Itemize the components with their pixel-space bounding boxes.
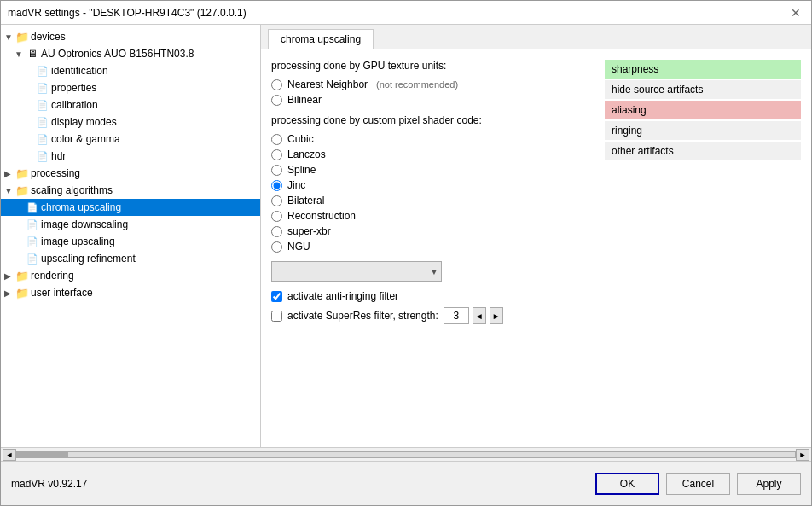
sidebar: ▼ 📁 devices ▼ 🖥 AU Optronics AUO B156HTN…	[1, 25, 261, 447]
scrollbar-track	[16, 451, 796, 458]
expand-icon: ▶	[4, 288, 14, 298]
right-panel: chroma upscaling processing done by GPU …	[261, 25, 811, 447]
quality-item-other-artifacts[interactable]: other artifacts	[605, 142, 801, 160]
sidebar-item-label: chroma upscaling	[41, 201, 121, 213]
sidebar-item-devices[interactable]: ▼ 📁 devices	[1, 28, 260, 45]
close-button[interactable]: ✕	[787, 4, 804, 21]
doc-icon: 📄	[36, 149, 49, 163]
cancel-button[interactable]: Cancel	[666, 473, 730, 495]
left-section: processing done by GPU texture units: Ne…	[271, 60, 579, 437]
sidebar-item-label: rendering	[31, 270, 74, 282]
radio-reconstruction[interactable]	[271, 211, 282, 222]
radio-label-spline: Spline	[287, 164, 316, 176]
sidebar-item-calibration[interactable]: 📄 calibration	[1, 96, 260, 113]
expand-icon: ▶	[4, 169, 14, 178]
quality-item-aliasing[interactable]: aliasing	[605, 101, 801, 119]
doc-icon: 📄	[26, 235, 39, 248]
radio-label-jinc: Jinc	[287, 179, 305, 191]
sidebar-item-label: image upscaling	[41, 236, 115, 247]
expand-icon: ▼	[4, 186, 14, 195]
radio-lanczos[interactable]	[271, 149, 282, 160]
radio-super-xbr[interactable]	[271, 226, 282, 237]
anti-ringing-row: activate anti-ringing filter	[271, 290, 579, 302]
sidebar-item-label: user interface	[31, 287, 93, 299]
doc-icon: 📄	[36, 98, 49, 112]
quality-panel: sharpness hide source artifacts aliasing…	[596, 60, 801, 437]
doc-icon: 📄	[36, 81, 49, 95]
sidebar-scrollbar[interactable]: ◄ ►	[1, 447, 811, 461]
sidebar-item-hdr[interactable]: 📄 hdr	[1, 148, 260, 165]
shader-section-title: processing done by custom pixel shader c…	[271, 114, 579, 126]
quality-item-sharpness[interactable]: sharpness	[605, 60, 801, 79]
radio-spline[interactable]	[271, 165, 282, 176]
radio-cubic[interactable]	[271, 134, 282, 145]
scroll-right-button[interactable]: ►	[796, 449, 809, 461]
sidebar-item-scaling-algorithms[interactable]: ▼ 📁 scaling algorithms	[1, 182, 260, 199]
sidebar-item-image-upscaling[interactable]: 📄 image upscaling	[1, 233, 260, 250]
folder-icon: 📁	[15, 286, 29, 300]
radio-label-lanczos: Lanczos	[287, 148, 326, 160]
sidebar-item-user-interface[interactable]: ▶ 📁 user interface	[1, 284, 260, 301]
superres-checkbox[interactable]	[271, 311, 282, 322]
folder-icon: 📁	[15, 30, 29, 44]
doc-icon: 📄	[26, 252, 39, 265]
algo-dropdown[interactable]	[271, 261, 442, 282]
strength-input[interactable]	[444, 307, 469, 324]
radio-label-bilateral: Bilateral	[287, 195, 324, 206]
sidebar-item-processing[interactable]: ▶ 📁 processing	[1, 165, 260, 182]
sidebar-item-label: AU Optronics AUO B156HTN03.8	[41, 48, 194, 60]
radio-ngu[interactable]	[271, 241, 282, 253]
apply-button[interactable]: Apply	[737, 473, 801, 495]
expand-icon: ▼	[14, 49, 25, 59]
radio-bilateral[interactable]	[271, 195, 282, 206]
sidebar-item-label: processing	[31, 167, 80, 179]
radio-label-cubic: Cubic	[287, 133, 314, 145]
sidebar-item-identification[interactable]: 📄 identification	[1, 62, 260, 79]
sidebar-item-rendering[interactable]: ▶ 📁 rendering	[1, 267, 260, 284]
radio-row-nearest-neighbor: Nearest Neighbor (not recommended)	[271, 79, 579, 90]
tab-chroma-upscaling[interactable]: chroma upscaling	[268, 29, 374, 49]
radio-row-bilinear: Bilinear	[271, 94, 579, 106]
sidebar-item-chroma-upscaling[interactable]: 📄 chroma upscaling	[1, 199, 260, 216]
radio-label-super-xbr: super-xbr	[287, 225, 331, 237]
folder-icon: 📁	[15, 269, 29, 282]
sidebar-item-label: devices	[31, 31, 66, 43]
sidebar-item-color-gamma[interactable]: 📄 color & gamma	[1, 131, 260, 148]
tab-content: processing done by GPU texture units: Ne…	[261, 49, 811, 447]
gpu-section-title: processing done by GPU texture units:	[271, 60, 579, 72]
doc-icon: 📄	[26, 218, 39, 231]
main-window: madVR settings - "DESKTOP-HR9T4C3" (127.…	[0, 0, 812, 506]
radio-bilinear[interactable]	[271, 95, 282, 106]
sidebar-item-label: image downscaling	[41, 218, 128, 230]
radio-row-ngu: NGU	[271, 241, 579, 253]
anti-ringing-checkbox[interactable]	[271, 291, 282, 302]
sidebar-item-label: color & gamma	[51, 133, 120, 145]
bottom-bar: madVR v0.92.17 OK Cancel Apply	[1, 461, 811, 505]
sidebar-item-properties[interactable]: 📄 properties	[1, 79, 260, 96]
radio-row-jinc: Jinc	[271, 179, 579, 191]
main-content: ▼ 📁 devices ▼ 🖥 AU Optronics AUO B156HTN…	[1, 25, 811, 447]
sidebar-item-image-downscaling[interactable]: 📄 image downscaling	[1, 216, 260, 233]
radio-jinc[interactable]	[271, 180, 282, 191]
shader-radio-group: Cubic Lanczos Spline Jinc	[271, 133, 579, 253]
sidebar-item-au-optronics[interactable]: ▼ 🖥 AU Optronics AUO B156HTN03.8	[1, 45, 260, 62]
strength-increment-button[interactable]: ►	[490, 307, 503, 324]
quality-item-ringing[interactable]: ringing	[605, 121, 801, 140]
scroll-left-button[interactable]: ◄	[3, 449, 16, 461]
quality-item-hide-source-artifacts[interactable]: hide source artifacts	[605, 80, 801, 99]
ok-button[interactable]: OK	[595, 473, 659, 495]
radio-nearest-neighbor[interactable]	[271, 79, 282, 90]
scrollbar-thumb[interactable]	[17, 452, 68, 457]
radio-label-reconstruction: Reconstruction	[287, 210, 356, 222]
doc-icon: 📄	[36, 64, 49, 78]
doc-icon: 📄	[26, 201, 39, 214]
radio-row-super-xbr: super-xbr	[271, 225, 579, 237]
sidebar-item-label: display modes	[51, 116, 117, 128]
dropdown-row: ▼	[271, 261, 579, 282]
sidebar-item-label: calibration	[51, 99, 98, 111]
strength-decrement-button[interactable]: ◄	[473, 307, 486, 324]
radio-row-spline: Spline	[271, 164, 579, 176]
doc-icon: 📄	[36, 115, 49, 129]
sidebar-item-display-modes[interactable]: 📄 display modes	[1, 113, 260, 131]
sidebar-item-upscaling-refinement[interactable]: 📄 upscaling refinement	[1, 250, 260, 267]
